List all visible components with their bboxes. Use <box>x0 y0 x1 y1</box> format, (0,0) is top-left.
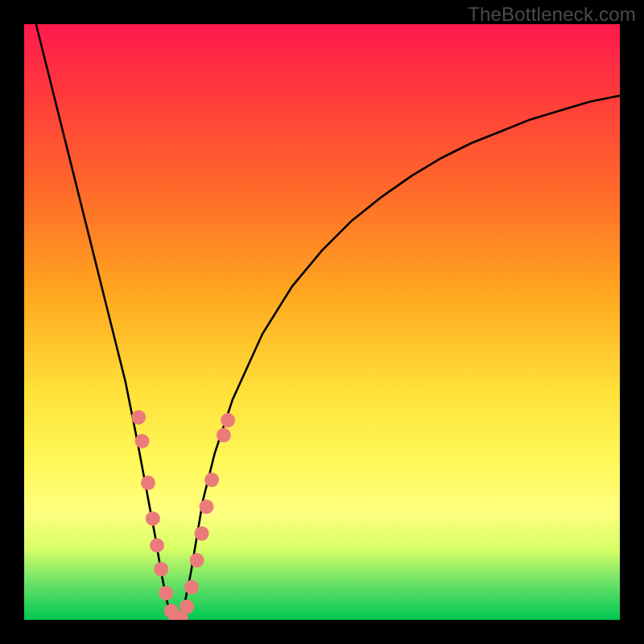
watermark-text: TheBottleneck.com <box>468 3 636 26</box>
curve-marker <box>184 580 199 594</box>
chart-frame: TheBottleneck.com <box>0 0 644 644</box>
curve-marker <box>150 539 164 553</box>
curve-marker <box>131 410 146 424</box>
curve-marker <box>154 562 168 576</box>
bottleneck-curve <box>36 24 620 620</box>
chart-plot-area <box>24 24 620 620</box>
curve-marker <box>190 553 204 568</box>
curve-marker <box>217 428 231 443</box>
curve-marker <box>221 413 235 427</box>
curve-marker <box>195 526 209 541</box>
curve-marker <box>135 434 150 448</box>
curve-marker <box>141 476 155 490</box>
curve-marker <box>146 511 160 526</box>
curve-marker <box>180 600 194 614</box>
chart-svg <box>24 24 620 620</box>
curve-marker <box>199 499 213 514</box>
curve-marker <box>204 473 219 487</box>
curve-marker <box>159 586 173 601</box>
